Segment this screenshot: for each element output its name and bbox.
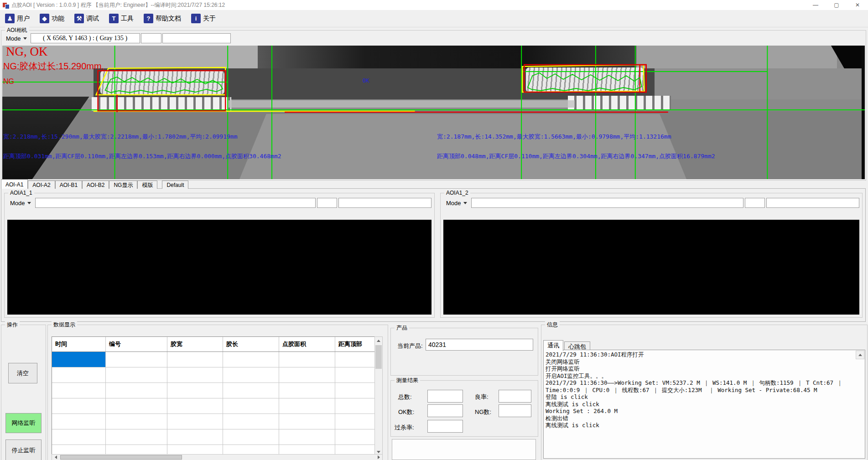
measure-result-label: 测量结果 — [395, 377, 420, 383]
chevron-down-icon — [463, 202, 467, 204]
total-label: 总数: — [398, 393, 412, 401]
camera-mode-row: Mode ( X 6568, Y 1463 ) : ( Gray 135 ) — [3, 33, 864, 43]
table-row[interactable] — [52, 429, 375, 445]
tab-comm[interactable]: 通讯 — [543, 340, 563, 351]
aoia1-1-field-3[interactable] — [338, 198, 431, 208]
total-field[interactable] — [427, 390, 463, 403]
current-product-input[interactable] — [426, 339, 533, 351]
tab-aoi-b2[interactable]: AOI-B2 — [82, 181, 109, 189]
result-notes-box[interactable] — [392, 439, 536, 460]
toolbar-item-help[interactable]: ? 帮助文档 — [140, 12, 184, 25]
table-row[interactable] — [52, 398, 375, 414]
camera-image-view[interactable]: NG, OK NG:胶体过长:15.290mm, NG OK 宽:2.218mm… — [2, 46, 865, 179]
window-title: 点胶AOI [ Version : 1.0.0.9 ] 程序 【当前用户: En… — [11, 1, 225, 9]
camera-mode-dropdown[interactable]: Mode — [3, 33, 30, 43]
scroll-right-icon[interactable] — [375, 455, 382, 460]
app-icon — [3, 2, 9, 8]
toolbar-item-debug[interactable]: ⚒ 调试 — [71, 12, 102, 25]
selected-cell[interactable] — [52, 352, 106, 367]
overkill-field[interactable] — [427, 420, 463, 433]
data-table: 时间 编号 胶宽 胶长 点胶面积 距离顶部 — [52, 336, 375, 457]
data-display-label: 数据显示 — [52, 321, 77, 328]
help-icon: ? — [144, 14, 153, 23]
toolbar-item-about[interactable]: i 关于 — [188, 12, 219, 25]
comm-log[interactable]: 2021/7/29 11:36:30:AOI程序打开 关闭网络监听 打开网络监听… — [543, 350, 865, 459]
log-scroll-up-icon[interactable] — [856, 351, 864, 359]
data-display-group: 数据显示 时间 编号 胶宽 胶长 点胶面积 距离顶部 — [47, 325, 388, 460]
info-group-label: 信息 — [545, 321, 560, 328]
table-row[interactable] — [52, 383, 375, 398]
window-controls: — ▢ ✕ — [805, 0, 868, 10]
app-window: { "window": { "title": "点胶AOI [ Version … — [0, 0, 868, 460]
clear-button[interactable]: 清空 — [8, 363, 37, 383]
info-icon: i — [191, 14, 201, 23]
minimize-button[interactable]: — — [805, 0, 826, 10]
yield-field[interactable] — [499, 390, 531, 403]
table-row[interactable] — [52, 367, 375, 383]
ok-count-label: OK数: — [398, 408, 414, 416]
scroll-thumb[interactable] — [375, 345, 382, 369]
camera-ng-reason-overlay: NG:胶体过长:15.290mm, — [3, 60, 104, 72]
network-listen-button[interactable]: 网络监听 — [5, 413, 42, 433]
tab-page-aoi-a1: AOIA1_1 Mode AOIA1_2 Mode — [1, 188, 866, 322]
col-header-glue-length[interactable]: 胶长 — [223, 337, 279, 351]
info-group: 信息 通讯 心跳包 2021/7/29 11:36:30:AOI程序打开 关闭网… — [541, 325, 868, 460]
table-horizontal-scrollbar[interactable] — [52, 454, 383, 460]
tab-default[interactable]: Default — [162, 181, 188, 189]
tab-aoi-a1[interactable]: AOI-A1 — [1, 179, 28, 189]
aoia1-1-mode-row: Mode — [7, 198, 431, 208]
camera-ng-overlay: NG — [3, 78, 14, 86]
right-measurement-line2: 距离顶部0.048mm,距离CF层0.110mm,距离左边界0.304mm,距离… — [437, 152, 715, 160]
operation-group-label: 操作 — [5, 321, 20, 328]
col-header-glue-width[interactable]: 胶宽 — [167, 337, 223, 351]
col-header-time[interactable]: 时间 — [52, 337, 106, 351]
tab-aoi-b1[interactable]: AOI-B1 — [55, 181, 82, 189]
ng-count-field[interactable] — [499, 404, 531, 417]
ng-count-label: NG数: — [475, 408, 491, 416]
toolbar-item-user[interactable]: ♟ 用户 — [2, 12, 33, 25]
ok-count-field[interactable] — [427, 404, 463, 417]
col-header-dist-top[interactable]: 距离顶部 — [335, 337, 375, 351]
current-product-label: 当前产品: — [397, 342, 423, 350]
aoia1-1-mode-dropdown[interactable]: Mode — [7, 198, 34, 208]
camera-field-2[interactable] — [141, 33, 161, 43]
table-row[interactable] — [52, 352, 375, 367]
close-button[interactable]: ✕ — [847, 0, 868, 10]
aoia1-1-image-view[interactable] — [7, 220, 431, 315]
camera-ok-overlay: OK — [363, 78, 369, 84]
tab-aoi-a2[interactable]: AOI-A2 — [28, 181, 55, 189]
table-row[interactable] — [52, 414, 375, 429]
aoia1-2-field-1[interactable] — [471, 198, 743, 208]
aoia1-2-mode-row: Mode — [443, 198, 859, 208]
tool-icon: T — [109, 14, 119, 23]
col-header-id[interactable]: 编号 — [106, 337, 167, 351]
aoia1-2-image-view[interactable] — [443, 220, 859, 315]
user-icon: ♟ — [5, 14, 15, 23]
aoia1-1-field-1[interactable] — [35, 198, 316, 208]
table-vertical-scrollbar[interactable] — [374, 336, 383, 456]
camera-coords-readout: ( X 6568, Y 1463 ) : ( Gray 135 ) — [31, 33, 140, 43]
aoia1-2-field-2[interactable] — [745, 198, 765, 208]
maximize-button[interactable]: ▢ — [826, 0, 847, 10]
left-measurement-line2: 距离顶部0.031mm,距离CF层0.110mm,距离左边界0.153mm,距离… — [3, 152, 281, 160]
col-header-glue-area[interactable]: 点胶面积 — [279, 337, 335, 351]
aoia1-2-field-3[interactable] — [766, 198, 859, 208]
main-toolbar: ♟ 用户 ◆ 功能 ⚒ 调试 T 工具 ? 帮助文档 i 关于 — [0, 10, 868, 27]
chevron-down-icon — [27, 202, 31, 204]
overkill-label: 过杀率: — [395, 424, 414, 432]
hscroll-thumb[interactable] — [60, 455, 182, 460]
camera-field-3[interactable] — [162, 33, 231, 43]
scroll-up-icon[interactable] — [375, 337, 382, 345]
chevron-down-icon — [23, 37, 27, 40]
aoia1-2-mode-dropdown[interactable]: Mode — [443, 198, 470, 208]
scroll-left-icon[interactable] — [52, 455, 59, 460]
tab-template[interactable]: 模版 — [137, 181, 157, 189]
aoia1-1-field-2[interactable] — [317, 198, 337, 208]
tab-ng-display[interactable]: NG显示 — [109, 181, 137, 189]
title-bar: 点胶AOI [ Version : 1.0.0.9 ] 程序 【当前用户: En… — [0, 0, 868, 10]
wrench-icon: ⚒ — [74, 14, 84, 23]
stop-listen-button[interactable]: 停止监听 — [5, 439, 42, 460]
table-header-row: 时间 编号 胶宽 胶长 点胶面积 距离顶部 — [52, 337, 375, 352]
toolbar-item-tools[interactable]: T 工具 — [106, 12, 137, 25]
toolbar-item-function[interactable]: ◆ 功能 — [36, 12, 68, 25]
